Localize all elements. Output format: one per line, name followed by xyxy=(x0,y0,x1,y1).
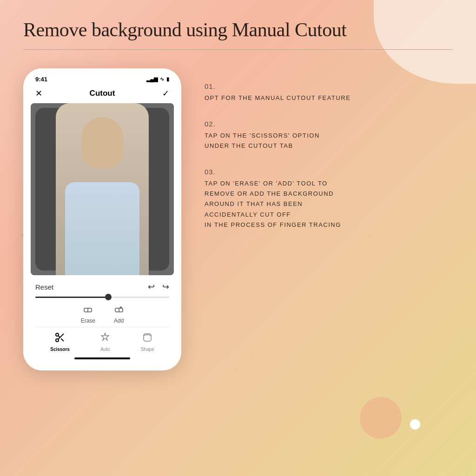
nav-scissors-label: Scissors xyxy=(50,347,70,352)
slider-fill xyxy=(35,297,109,298)
phone-reset-label[interactable]: Reset xyxy=(35,283,53,291)
step-3-number: 03. xyxy=(205,168,453,176)
undo-icon[interactable]: ↩ xyxy=(148,282,155,292)
check-icon[interactable]: ✓ xyxy=(162,88,169,99)
nav-auto[interactable]: Auto xyxy=(99,332,111,352)
instructions-panel: 01. OPT FOR THE MANUAL CUTOUT FEATURE 02… xyxy=(205,68,453,247)
person-head xyxy=(81,117,123,168)
phone-image-area xyxy=(31,103,174,275)
phone-mockup: 9:41 ▂▄▆ ∿ ▮ ✕ Cutout ✓ xyxy=(23,68,181,370)
close-icon[interactable]: ✕ xyxy=(35,88,42,99)
nav-auto-label: Auto xyxy=(100,347,110,352)
step-1-number: 01. xyxy=(205,82,453,90)
nav-shape-label: Shape xyxy=(141,347,154,352)
step-2-number: 02. xyxy=(205,120,453,128)
brush-size-slider[interactable] xyxy=(35,297,169,298)
instruction-step-3: 03. TAP ON 'ERASE' OR 'ADD' TOOL TOREMOV… xyxy=(205,168,453,230)
phone-home-indicator xyxy=(74,357,130,359)
instruction-step-2: 02. TAP ON THE 'SCISSORS' OPTIONUNDER TH… xyxy=(205,120,453,151)
phone-header-title: Cutout xyxy=(90,89,115,98)
scissors-icon xyxy=(54,332,66,345)
phone-app-header: ✕ Cutout ✓ xyxy=(28,86,177,103)
erase-tool[interactable]: Erase xyxy=(81,304,95,324)
phone-status-bar: 9:41 ▂▄▆ ∿ ▮ xyxy=(28,74,177,86)
content-area: 9:41 ▂▄▆ ∿ ▮ ✕ Cutout ✓ xyxy=(23,68,453,370)
person-silhouette xyxy=(56,103,149,275)
decorative-white-dot xyxy=(410,419,420,430)
erase-tool-label: Erase xyxy=(81,317,95,324)
shape-icon xyxy=(142,332,153,345)
step-3-text: TAP ON 'ERASE' OR 'ADD' TOOL TOREMOVE OR… xyxy=(205,178,453,230)
phone-tools-row: Erase Add xyxy=(35,300,169,327)
nav-scissors[interactable]: Scissors xyxy=(50,332,70,352)
page-title: Remove background using Manual Cutout xyxy=(23,19,453,41)
wifi-icon: ∿ xyxy=(160,76,164,82)
phone-controls: Reset ↩ ↪ xyxy=(28,275,177,359)
instruction-step-1: 01. OPT FOR THE MANUAL CUTOUT FEATURE xyxy=(205,82,453,103)
redo-icon[interactable]: ↪ xyxy=(162,282,169,292)
nav-shape[interactable]: Shape xyxy=(141,332,154,352)
person-body xyxy=(56,103,149,275)
phone-reset-row: Reset ↩ ↪ xyxy=(35,279,169,295)
photo-background xyxy=(31,103,174,275)
phone-bottom-nav: Scissors Auto xyxy=(35,327,169,354)
signal-icon: ▂▄▆ xyxy=(146,76,158,82)
svg-point-6 xyxy=(56,333,59,336)
add-tool[interactable]: Add xyxy=(114,304,124,324)
phone-undo-redo: ↩ ↪ xyxy=(148,282,169,292)
step-1-text: OPT FOR THE MANUAL CUTOUT FEATURE xyxy=(205,93,453,103)
slider-thumb[interactable] xyxy=(105,294,112,300)
person-shirt xyxy=(65,182,139,275)
status-icons: ▂▄▆ ∿ ▮ xyxy=(146,76,169,82)
battery-icon: ▮ xyxy=(166,76,169,82)
phone-time: 9:41 xyxy=(35,76,47,83)
add-tool-label: Add xyxy=(114,317,124,324)
decorative-blob-bottom xyxy=(360,397,402,439)
auto-icon xyxy=(99,332,111,345)
svg-line-10 xyxy=(58,336,60,337)
step-2-text: TAP ON THE 'SCISSORS' OPTIONUNDER THE CU… xyxy=(205,131,453,151)
add-tool-icon xyxy=(114,304,124,316)
svg-point-7 xyxy=(56,339,59,342)
svg-line-9 xyxy=(61,338,64,341)
title-divider xyxy=(23,49,453,50)
erase-tool-icon xyxy=(83,304,93,316)
phone-slider-row xyxy=(35,295,169,300)
